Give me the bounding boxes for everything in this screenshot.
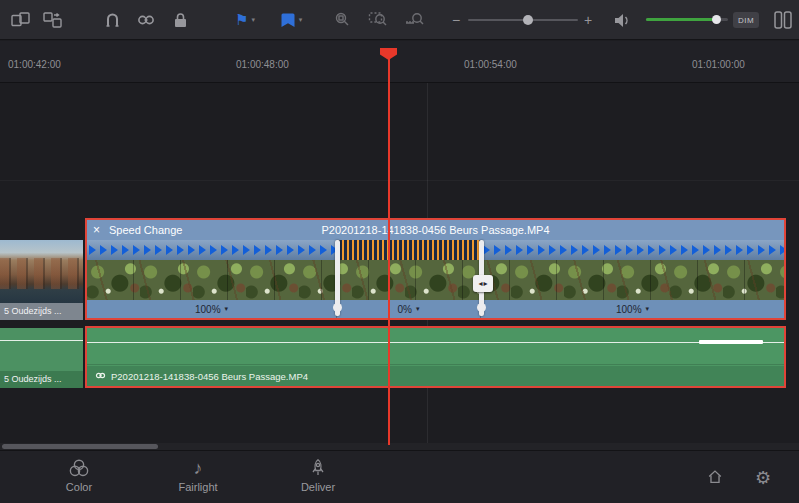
audio-clip-name: P20201218-141838-0456 Beurs Passage.MP4 xyxy=(111,371,308,382)
speed-value: 100% xyxy=(616,304,642,315)
custom-zoom-button[interactable] xyxy=(402,8,428,32)
add-marker-button[interactable]: ▾ xyxy=(272,8,310,32)
retime-control-strip[interactable] xyxy=(87,240,784,260)
trim-left-arrow-icon: ◂ xyxy=(478,279,482,288)
page-tab-fairlight[interactable]: ♪ Fairlight xyxy=(162,457,234,493)
detail-zoom-button[interactable] xyxy=(366,8,392,32)
flag-dropdown-chevron-icon[interactable]: ▾ xyxy=(251,16,255,24)
home-icon xyxy=(706,468,724,488)
page-navigation-bar: Color ♪ Fairlight Deliver xyxy=(0,450,799,503)
swap-clip-icon xyxy=(42,10,64,30)
retime-trim-cursor: ◂ ▸ xyxy=(473,275,493,292)
minus-icon: − xyxy=(452,12,460,28)
speed-dropdown-icon[interactable]: ▾ xyxy=(646,305,650,313)
speed-segment[interactable]: 0% ▾ xyxy=(337,300,481,318)
snapping-magnet-icon xyxy=(102,10,122,30)
monitor-volume-slider[interactable] xyxy=(646,18,728,21)
zoom-slider-handle[interactable] xyxy=(523,15,533,25)
page-tab-deliver[interactable]: Deliver xyxy=(282,457,354,493)
clip-name-label: 5 Oudezijds ... xyxy=(0,303,83,320)
clip-name-label: 5 Oudezijds ... xyxy=(0,371,83,388)
timeline-ruler[interactable]: 01:00:42:00 01:00:48:00 01:00:54:00 01:0… xyxy=(0,41,799,83)
add-flag-button[interactable]: ⚑ ▾ xyxy=(226,8,264,32)
speed-value: 100% xyxy=(195,304,221,315)
swap-clip-button[interactable] xyxy=(40,8,66,32)
trim-right-arrow-icon: ▸ xyxy=(484,279,488,288)
audio-link-icon xyxy=(95,370,106,383)
speed-value: 0% xyxy=(398,304,412,315)
flag-icon: ⚑ xyxy=(235,11,248,29)
audio-clip-left[interactable]: 5 Oudezijds ... xyxy=(0,328,83,388)
speed-segments-bar: 100% ▾ 0% ▾ 100% ▾ xyxy=(87,300,784,318)
clip-filmstrip xyxy=(87,260,784,300)
gear-icon: ⚙ xyxy=(755,467,771,489)
audio-clip-label-bar: P20201218-141838-0456 Beurs Passage.MP4 xyxy=(87,366,784,386)
retime-slow-region[interactable] xyxy=(337,240,481,260)
speed-segment[interactable]: 100% ▾ xyxy=(87,300,337,318)
playhead-line[interactable] xyxy=(388,48,390,445)
video-thumbnail xyxy=(0,240,83,303)
panel-toggle-icon xyxy=(772,9,794,31)
timecode-label: 01:00:48:00 xyxy=(236,59,289,70)
page-label: Color xyxy=(66,481,92,493)
linked-selection-button[interactable] xyxy=(134,8,158,32)
retime-arrows-left xyxy=(87,240,337,260)
deliver-page-icon xyxy=(308,457,328,479)
audio-waveform-line xyxy=(87,342,784,343)
timeline-area[interactable]: 5 Oudezijds ... × P20201218-141838-0456 … xyxy=(0,83,799,445)
volume-slider-handle[interactable] xyxy=(712,15,721,24)
retime-handle-grip[interactable] xyxy=(477,303,486,312)
music-note-icon: ♪ xyxy=(194,458,203,479)
project-settings-button[interactable]: ⚙ xyxy=(750,465,776,491)
speed-segment[interactable]: 100% ▾ xyxy=(481,300,784,318)
zoom-in-button[interactable]: + xyxy=(580,8,596,32)
resolve-edit-page: ⚑ ▾ ▾ xyxy=(0,0,799,503)
speed-change-clip-name: P20201218-141838-0456 Beurs Passage.MP4 xyxy=(87,224,784,236)
lock-icon xyxy=(169,10,191,30)
retime-arrows-right xyxy=(481,240,784,260)
split-clip-button[interactable] xyxy=(8,8,34,32)
timecode-label: 01:00:42:00 xyxy=(8,59,61,70)
speaker-icon xyxy=(612,10,632,30)
filmstrip-frame-lines xyxy=(87,260,784,300)
zoom-out-button[interactable]: − xyxy=(448,8,464,32)
page-label: Deliver xyxy=(301,481,335,493)
speed-dropdown-icon[interactable]: ▾ xyxy=(416,305,420,313)
speed-dropdown-icon[interactable]: ▾ xyxy=(225,305,229,313)
speed-change-header[interactable]: × P20201218-141838-0456 Beurs Passage.MP… xyxy=(87,220,784,240)
hscrollbar-thumb[interactable] xyxy=(2,444,158,449)
timeline-hscrollbar[interactable] xyxy=(0,443,799,450)
audio-waveform-peak xyxy=(699,340,763,344)
home-button[interactable] xyxy=(702,465,728,491)
color-page-icon xyxy=(68,457,90,479)
timecode-label: 01:00:54:00 xyxy=(464,59,517,70)
monitor-volume-fill xyxy=(646,18,716,21)
full-extent-zoom-icon xyxy=(332,10,354,30)
panel-toggle-button[interactable] xyxy=(770,8,796,32)
thumbnail-detail xyxy=(0,258,83,290)
audio-monitor-button[interactable] xyxy=(610,8,634,32)
audio-baseline xyxy=(87,364,784,365)
page-tab-color[interactable]: Color xyxy=(43,457,115,493)
audio-waveform-line xyxy=(0,340,83,341)
marker-icon xyxy=(280,11,296,29)
selected-audio-clip[interactable]: P20201218-141838-0456 Beurs Passage.MP4 xyxy=(85,326,786,388)
split-clip-icon xyxy=(10,10,32,30)
marker-dropdown-chevron-icon[interactable]: ▾ xyxy=(299,16,303,24)
full-extent-zoom-button[interactable] xyxy=(330,8,356,32)
position-lock-button[interactable] xyxy=(168,8,192,32)
timecode-label: 01:01:00:00 xyxy=(692,59,745,70)
page-label: Fairlight xyxy=(178,481,217,493)
timeline-zoom-slider[interactable] xyxy=(468,19,578,21)
audio-waveform-area xyxy=(87,328,784,366)
video-clip-left[interactable]: 5 Oudezijds ... xyxy=(0,240,83,320)
fairlight-page-icon: ♪ xyxy=(194,457,203,479)
track-divider xyxy=(0,180,799,181)
snapping-button[interactable] xyxy=(100,8,124,32)
retime-handle[interactable] xyxy=(335,240,340,316)
retime-handle-grip[interactable] xyxy=(333,303,342,312)
speed-change-title: Speed Change xyxy=(109,224,182,236)
custom-zoom-icon xyxy=(404,10,426,30)
selected-video-clip[interactable]: × P20201218-141838-0456 Beurs Passage.MP… xyxy=(85,218,786,320)
dim-audio-button[interactable]: DIM xyxy=(733,12,759,28)
